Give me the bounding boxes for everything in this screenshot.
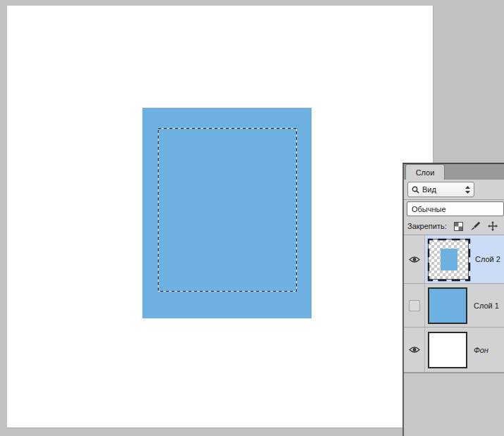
layers-panel: Слои Вид Обычные Закрепить: bbox=[402, 163, 504, 436]
search-icon bbox=[412, 186, 419, 194]
visibility-toggle-background[interactable] bbox=[404, 328, 425, 372]
visibility-toggle-layer1[interactable] bbox=[404, 284, 425, 327]
lock-icons bbox=[454, 221, 504, 231]
blend-mode-row: Обычные bbox=[404, 200, 504, 218]
ants-black-dashes bbox=[159, 129, 297, 292]
layer-row-background[interactable]: Фон bbox=[404, 328, 504, 373]
layer-filter-row: Вид bbox=[404, 180, 504, 200]
eye-icon bbox=[409, 346, 420, 354]
up-down-spinner-icon bbox=[465, 186, 470, 194]
panel-tabbar: Слои bbox=[404, 164, 504, 180]
lock-row: Закрепить: bbox=[404, 218, 504, 235]
background-thumbnail[interactable] bbox=[428, 332, 467, 368]
ants-white-dashes bbox=[159, 129, 297, 292]
document-canvas[interactable] bbox=[7, 6, 434, 428]
layer-name: Фон bbox=[474, 346, 488, 354]
layer2-thumbnail-content bbox=[441, 249, 457, 270]
selection-marching-ants bbox=[158, 128, 297, 292]
empty-visibility-well bbox=[409, 300, 420, 311]
layer1-thumbnail[interactable] bbox=[428, 287, 467, 324]
blend-mode-dropdown[interactable]: Обычные bbox=[407, 201, 504, 216]
panel-empty-area bbox=[404, 373, 504, 436]
visibility-toggle-layer2[interactable] bbox=[404, 235, 425, 283]
layer2-thumbnail[interactable] bbox=[428, 239, 469, 280]
lock-pixels-brush-icon[interactable] bbox=[470, 221, 481, 231]
layer-filter-dropdown[interactable]: Вид bbox=[407, 182, 474, 197]
layer-row-main[interactable]: Слой 2 bbox=[425, 235, 504, 283]
layer-row-main[interactable]: Слой 1 bbox=[425, 284, 504, 327]
layer-list: Слой 2 Слой 1 bbox=[404, 235, 504, 373]
layer-row-layer1[interactable]: Слой 1 bbox=[404, 284, 504, 328]
lock-position-move-icon[interactable] bbox=[488, 221, 498, 231]
layer-name: Слой 2 bbox=[475, 255, 500, 263]
layer-row-main[interactable]: Фон bbox=[425, 328, 504, 372]
layer-row-layer2[interactable]: Слой 2 bbox=[404, 235, 504, 284]
lock-transparency-icon[interactable] bbox=[454, 222, 463, 231]
layer-name: Слой 1 bbox=[474, 301, 499, 310]
tab-layers[interactable]: Слои bbox=[405, 164, 445, 180]
eye-icon bbox=[409, 256, 420, 263]
filter-dropdown-value: Вид bbox=[422, 185, 436, 194]
lock-row-label: Закрепить: bbox=[407, 222, 447, 230]
